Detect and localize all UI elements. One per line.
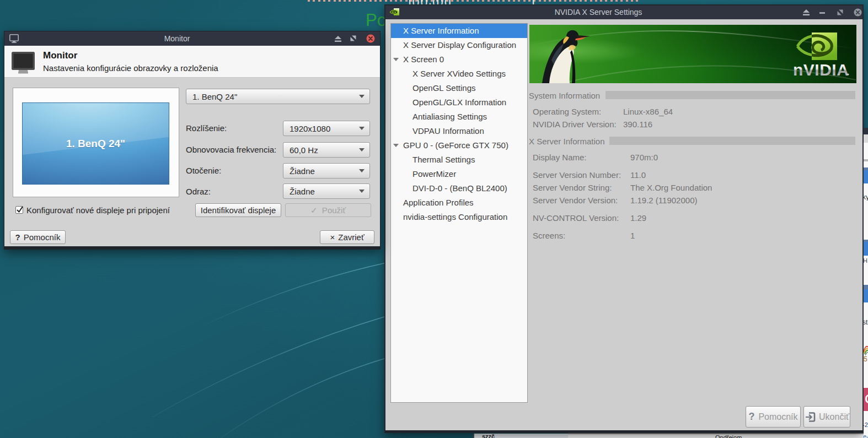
svg-text:nVIDIA: nVIDIA	[793, 61, 849, 79]
